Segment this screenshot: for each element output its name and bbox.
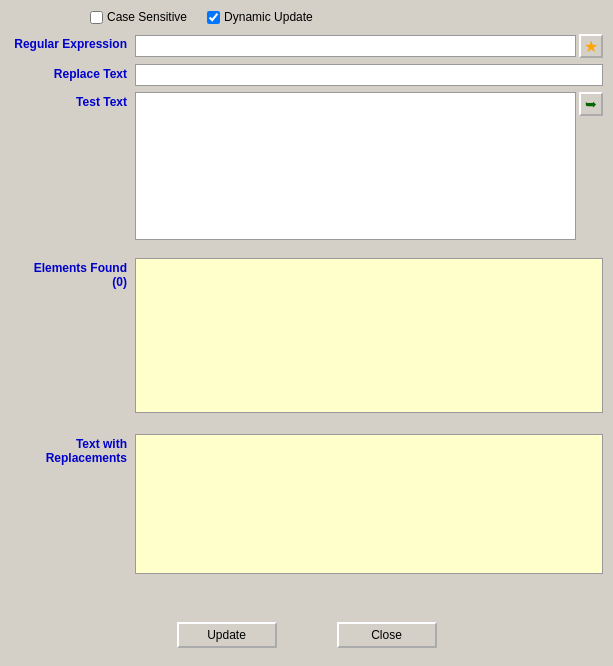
- replace-text-label: Replace Text: [10, 64, 135, 81]
- case-sensitive-label: Case Sensitive: [107, 10, 187, 24]
- dynamic-update-option[interactable]: Dynamic Update: [207, 10, 313, 24]
- test-text-input-area: ➥: [135, 92, 603, 240]
- replace-text-input-group: [135, 64, 603, 86]
- text-with-replacements-label-line1: Text with: [76, 437, 127, 451]
- case-sensitive-option[interactable]: Case Sensitive: [90, 10, 187, 24]
- dynamic-update-label: Dynamic Update: [224, 10, 313, 24]
- elements-found-wrapper: [135, 258, 603, 416]
- elements-found-count: (0): [112, 275, 127, 289]
- dynamic-update-checkbox[interactable]: [207, 11, 220, 24]
- regular-expression-input[interactable]: [135, 35, 576, 57]
- form-section: Regular Expression ★ Replace Text Test T…: [10, 34, 603, 610]
- arrow-icon: ➥: [585, 96, 597, 112]
- test-text-row: Test Text ➥: [10, 92, 603, 240]
- star-button[interactable]: ★: [579, 34, 603, 58]
- replace-text-row: Replace Text: [10, 64, 603, 86]
- close-button[interactable]: Close: [337, 622, 437, 648]
- regular-expression-label: Regular Expression: [10, 34, 135, 51]
- regular-expression-input-group: ★: [135, 34, 603, 58]
- elements-found-textarea[interactable]: [135, 258, 603, 413]
- test-text-label: Test Text: [10, 92, 135, 109]
- elements-found-label: Elements Found: [34, 261, 127, 275]
- text-with-replacements-row: Text with Replacements: [10, 434, 603, 577]
- arrow-button[interactable]: ➥: [579, 92, 603, 116]
- test-text-textarea[interactable]: [135, 92, 576, 240]
- regular-expression-row: Regular Expression ★: [10, 34, 603, 58]
- replace-text-input[interactable]: [135, 64, 603, 86]
- bottom-buttons: Update Close: [10, 622, 603, 656]
- update-button[interactable]: Update: [177, 622, 277, 648]
- case-sensitive-checkbox[interactable]: [90, 11, 103, 24]
- text-with-replacements-textarea[interactable]: [135, 434, 603, 574]
- text-with-replacements-label-group: Text with Replacements: [10, 434, 135, 465]
- elements-found-label-group: Elements Found (0): [10, 258, 135, 289]
- star-icon: ★: [584, 37, 598, 56]
- text-with-replacements-label-line2: Replacements: [46, 451, 127, 465]
- top-options: Case Sensitive Dynamic Update: [10, 10, 603, 24]
- text-with-replacements-wrapper: [135, 434, 603, 577]
- elements-found-row: Elements Found (0): [10, 258, 603, 416]
- main-container: Case Sensitive Dynamic Update Regular Ex…: [0, 0, 613, 666]
